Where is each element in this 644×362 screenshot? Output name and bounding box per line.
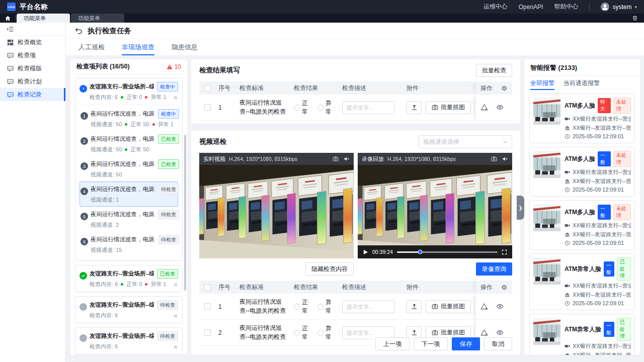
playback-time: 00:39:24 (372, 249, 393, 255)
live-video-player[interactable]: 实时视频 H.264, 1920*1080, 8315kbps (199, 153, 354, 258)
camera-icon (565, 283, 570, 289)
prev-item-button[interactable]: 上一项 (375, 337, 410, 350)
play-icon[interactable] (363, 249, 368, 255)
scrollbar[interactable] (184, 135, 186, 291)
alarm-card[interactable]: ATM异常人脸 一般 已处理 XX银行友谊路支行--营业... XX银行--友谊… (529, 314, 635, 355)
ellipsis-circle-icon: ··· (79, 334, 87, 342)
radio-abnormal[interactable]: 异常 (317, 99, 336, 116)
report-alarm-icon[interactable] (480, 329, 488, 336)
desc-input[interactable] (342, 300, 394, 313)
alarm-time: 2025-05-09 12:09:01 (573, 187, 624, 193)
check-group-card[interactable]: 友谊路支行--营业场所--综合... 已检查 检查内容: 6 正常 0 异常 1 (75, 265, 183, 292)
collapse-icon[interactable] (173, 282, 178, 287)
nav-openapi[interactable]: OpenAPI (519, 4, 543, 11)
fullscreen-icon[interactable] (502, 249, 507, 255)
desc-input[interactable] (342, 101, 394, 114)
eye-icon[interactable] (496, 303, 504, 310)
back-icon[interactable] (75, 27, 83, 35)
mute-icon[interactable] (344, 156, 350, 162)
menu-fold-icon[interactable] (7, 26, 14, 33)
radio-normal[interactable]: 正常 (294, 298, 312, 315)
tab-hidden-danger[interactable]: 隐患信息 (172, 39, 198, 55)
collapse-icon[interactable] (173, 344, 178, 349)
report-alarm-icon[interactable] (480, 303, 488, 310)
alarm-title: ATM多人脸 (565, 208, 595, 217)
bank-icon (565, 292, 570, 298)
playback-video-player[interactable]: 录像回放 H.264, 1920*1080, 8315kbps 00:39:24 (358, 153, 512, 258)
eye-icon[interactable] (496, 329, 504, 336)
check-item[interactable]: 6 夜间运行情况巡查，电源关闭... 待检查 视频通道: 15 (79, 232, 178, 257)
next-item-button[interactable]: 下一项 (414, 337, 448, 350)
tab-manual-patrol[interactable]: 人工巡检 (78, 39, 105, 55)
eye-icon[interactable] (496, 104, 504, 111)
nav-help-center[interactable]: 帮助中心 (554, 3, 578, 11)
alarm-card[interactable]: ATM异常人脸 一般 已处理 XX银行友谊路支行--营业... XX银行--友谊… (529, 253, 635, 310)
check-item[interactable]: 3 夜间运行情况巡查，电源关闭... 已检查 视频通道: 50 (79, 156, 178, 182)
check-item[interactable]: 5 夜间运行情况巡查，电源关闭... 待检查 视频通道: 2 (79, 207, 178, 232)
bank-icon (565, 232, 570, 237)
alarm-card[interactable]: ATM多人脸 特大 未处理 XX银行友谊路支行--营业... XX银行--友谊路… (529, 94, 635, 143)
gear-icon[interactable]: ⚙ (501, 84, 507, 92)
radio-normal[interactable]: 正常 (294, 99, 312, 116)
window-tab-inactive[interactable]: 功能菜单 (71, 14, 124, 23)
seek-thumb[interactable] (418, 250, 422, 254)
video-channel-select[interactable]: 视频通道选择 (419, 135, 512, 148)
alarm-card[interactable]: ATM多人脸 一般 未处理 XX银行友谊路支行--营业... XX银行--友谊路… (529, 147, 635, 197)
check-item[interactable]: 2 夜间运行情况巡查，电源关闭... 已检查 视频通道: 50 正常 50 (79, 131, 178, 156)
collapse-icon[interactable] (173, 313, 178, 318)
row-checkbox[interactable] (204, 303, 211, 310)
upload-button[interactable] (407, 300, 422, 313)
tab-all-alarms[interactable]: 全部报警 (530, 76, 554, 90)
sidebar-item-check-template[interactable]: 检查模版 (0, 62, 65, 75)
check-item[interactable]: 1 夜间运行情况巡查，电源关闭... 检查中 视频通道: 50 正常 50 异常… (79, 106, 178, 131)
nav-ops-center[interactable]: 运维中心 (484, 3, 508, 11)
radio-abnormal[interactable]: 异常 (317, 324, 336, 341)
gear-icon[interactable]: ⚙ (501, 284, 507, 291)
snapshot-icon[interactable] (333, 156, 339, 162)
batch-capture-button[interactable]: 批量抓图 (426, 101, 471, 114)
collapse-icon[interactable] (173, 95, 178, 100)
upload-button[interactable] (407, 101, 422, 114)
trash-icon[interactable] (632, 14, 638, 23)
mute-icon[interactable] (502, 156, 508, 162)
group-title: 友谊路支行--营业场所--综合... (90, 270, 154, 278)
warning-triangle-icon (167, 64, 173, 70)
bank-icon (565, 178, 570, 184)
sidebar-item-overview[interactable]: 检查概览 (0, 36, 65, 49)
camera-icon (565, 116, 570, 122)
hide-content-button[interactable]: 隐藏检查内容 (305, 262, 354, 276)
tab-current-channel-alarms[interactable]: 当前通道报警 (564, 76, 600, 90)
user-menu[interactable]: system ▾ (601, 3, 637, 11)
snapshot-icon[interactable] (491, 156, 497, 162)
radio-normal[interactable]: 正常 (294, 324, 312, 341)
normal-count: 正常 50 (130, 121, 149, 128)
row-checkbox[interactable] (204, 329, 211, 336)
select-all-checkbox[interactable] (204, 85, 211, 92)
sidebar-item-check-items[interactable]: 检查项 (0, 49, 65, 62)
sidebar-item-check-records[interactable]: 检查记录 (0, 88, 65, 101)
check-group-card[interactable]: 友谊路支行--营业场所--综合... 检查中 检查内容: 6 正常 0 异常 1… (75, 78, 183, 261)
window-tab-active[interactable]: 功能菜单 (17, 14, 70, 23)
report-alarm-icon[interactable] (480, 104, 488, 111)
alarm-card[interactable]: ATM多人脸 一般 未处理 XX银行友谊路支行--营业... XX银行--友谊路… (529, 200, 635, 250)
home-icon[interactable] (0, 14, 15, 23)
alarm-panel-title: 智能报警 (2133) (524, 59, 640, 76)
item-meta: 视频通道: 15 (91, 246, 122, 254)
select-all-checkbox[interactable] (204, 284, 211, 291)
row-checkbox[interactable] (204, 104, 211, 111)
save-button[interactable]: 保存 (452, 337, 480, 350)
video-query-button[interactable]: 录像查询 (476, 262, 512, 276)
tab-offsite-patrol[interactable]: 非现场巡查 (122, 39, 154, 55)
normal-count: 正常 50 (130, 146, 149, 153)
cancel-button[interactable]: 取消 (484, 337, 512, 350)
batch-check-button[interactable]: 批量检查 (476, 64, 512, 77)
sidebar-item-check-plan[interactable]: 检查计划 (0, 75, 65, 88)
batch-capture-button[interactable]: 批量抓图 (426, 300, 471, 313)
panel-collapse-handle[interactable]: ❯ (517, 196, 524, 220)
radio-abnormal[interactable]: 异常 (317, 298, 336, 315)
check-item-selected[interactable]: 4 夜间运行情况巡查，电源关闭... 待检查 视频通道: 1 (79, 182, 178, 207)
check-group-card[interactable]: ··· 友谊路支行--营业场所--综合... 待检查 检查内容: 6 (75, 327, 183, 354)
seek-slider[interactable] (397, 251, 498, 253)
check-group-card[interactable]: ··· 友谊路支行--营业场所--综合... 待检查 检查内容: 6 (75, 296, 183, 323)
username: system (612, 4, 631, 11)
